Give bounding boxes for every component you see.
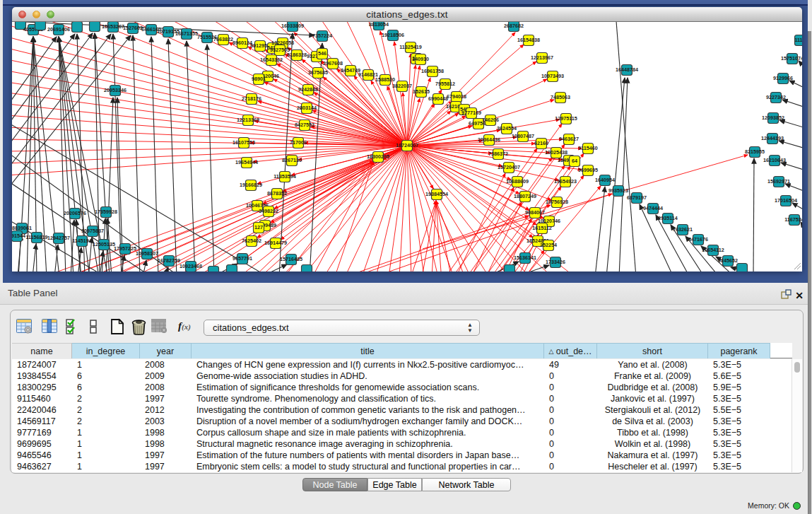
- svg-text:18807249: 18807249: [514, 193, 536, 199]
- svg-text:16107553: 16107553: [233, 139, 255, 146]
- svg-text:3624554: 3624554: [497, 125, 517, 132]
- svg-text:10923468: 10923468: [180, 263, 202, 269]
- svg-text:17016504: 17016504: [775, 197, 797, 204]
- svg-text:12444193: 12444193: [761, 135, 784, 141]
- svg-text:9699695: 9699695: [578, 167, 598, 173]
- svg-text:15136141: 15136141: [514, 255, 536, 261]
- svg-text:10807487: 10807487: [512, 133, 534, 139]
- svg-text:16914479: 16914479: [264, 240, 287, 246]
- svg-text:7625402: 7625402: [242, 238, 261, 244]
- svg-text:8960124: 8960124: [233, 40, 252, 46]
- svg-text:20953346: 20953346: [104, 87, 126, 93]
- svg-text:7357224: 7357224: [312, 33, 332, 39]
- svg-text:3498222: 3498222: [259, 208, 278, 214]
- svg-text:16961758: 16961758: [421, 68, 444, 74]
- svg-text:17359928: 17359928: [95, 209, 117, 215]
- svg-text:15720407: 15720407: [498, 164, 520, 170]
- svg-text:6990448: 6990448: [428, 95, 448, 102]
- svg-text:1588520: 1588520: [375, 76, 395, 83]
- svg-text:9084067: 9084067: [525, 209, 545, 216]
- svg-text:9463627: 9463627: [559, 136, 579, 142]
- svg-text:16210643: 16210643: [763, 157, 786, 163]
- svg-text:98901: 98901: [252, 76, 266, 82]
- svg-text:3822037: 3822037: [392, 83, 412, 89]
- svg-text:2803144: 2803144: [297, 105, 317, 111]
- svg-text:1733426: 1733426: [546, 259, 565, 265]
- svg-text:10653267: 10653267: [102, 23, 124, 30]
- svg-text:9115460: 9115460: [578, 145, 598, 151]
- svg-text:8427552: 8427552: [295, 122, 314, 128]
- svg-text:11325419: 11325419: [399, 44, 422, 50]
- svg-text:391544: 391544: [12, 233, 25, 239]
- svg-text:15692971: 15692971: [767, 178, 790, 185]
- svg-text:340910: 340910: [412, 56, 429, 62]
- svg-text:10654112: 10654112: [702, 247, 724, 253]
- svg-text:90975887: 90975887: [81, 228, 104, 234]
- svg-text:16448784: 16448784: [616, 66, 638, 73]
- svg-text:9657791: 9657791: [233, 255, 252, 262]
- svg-text:8454749: 8454749: [341, 67, 360, 74]
- svg-text:19384554: 19384554: [425, 191, 448, 197]
- svg-text:7485063: 7485063: [551, 94, 570, 100]
- svg-text:19218506: 19218506: [382, 32, 404, 38]
- svg-text:7386372: 7386372: [488, 151, 508, 157]
- svg-text:2935114: 2935114: [658, 215, 678, 221]
- svg-text:11353594: 11353594: [273, 173, 296, 180]
- svg-text:8186328: 8186328: [287, 52, 307, 58]
- svg-text:352615: 352615: [413, 88, 430, 95]
- svg-text:11156819: 11156819: [25, 234, 47, 240]
- svg-text:20206576: 20206576: [64, 210, 86, 216]
- svg-text:17957225: 17957225: [114, 245, 136, 252]
- svg-text:2718176: 2718176: [242, 95, 261, 102]
- svg-text:1640954: 1640954: [595, 177, 615, 183]
- svg-text:7632621: 7632621: [673, 226, 693, 233]
- svg-text:12975115: 12975115: [555, 115, 577, 122]
- svg-text:1527602: 1527602: [123, 25, 143, 31]
- svg-text:64: 64: [572, 158, 577, 164]
- svg-text:9935923: 9935923: [608, 187, 628, 194]
- svg-text:3675685: 3675685: [308, 69, 328, 76]
- svg-text:62160: 62160: [534, 140, 548, 146]
- svg-text:10958107: 10958107: [136, 250, 158, 257]
- svg-text:9777169: 9777169: [461, 110, 481, 116]
- svg-text:8813054: 8813054: [369, 22, 389, 28]
- svg-text:1167534: 1167534: [784, 216, 802, 223]
- svg-text:2687682: 2687682: [504, 23, 524, 29]
- svg-text:20364436: 20364436: [478, 136, 500, 143]
- svg-text:9474444: 9474444: [643, 205, 663, 211]
- svg-text:6879197: 6879197: [627, 194, 647, 201]
- svg-text:717006: 717006: [290, 139, 307, 146]
- svg-text:1112: 1112: [794, 37, 802, 43]
- svg-text:9242848: 9242848: [298, 86, 318, 93]
- svg-text:546: 546: [318, 50, 326, 57]
- svg-text:20691406: 20691406: [47, 26, 70, 33]
- svg-text:8678352: 8678352: [267, 190, 287, 197]
- svg-text:19654944: 19654944: [235, 159, 258, 165]
- svg-text:8471676: 8471676: [688, 236, 708, 243]
- svg-text:10973493: 10973493: [541, 73, 564, 79]
- svg-text:9245652: 9245652: [718, 257, 738, 264]
- svg-text:8267130: 8267130: [282, 157, 302, 163]
- svg-text:7955812: 7955812: [435, 81, 455, 87]
- svg-text:18724007: 18724007: [396, 142, 418, 148]
- svg-text:1615112: 1615112: [532, 225, 552, 231]
- svg-text:12213369: 12213369: [237, 117, 259, 123]
- svg-text:16671355: 16671355: [175, 30, 198, 37]
- svg-text:12093852: 12093852: [762, 115, 784, 121]
- svg-text:16033809: 16033809: [281, 23, 304, 29]
- svg-text:8215955: 8215955: [745, 148, 765, 155]
- svg-text:6794028: 6794028: [447, 93, 466, 100]
- svg-text:10688609: 10688609: [506, 178, 529, 185]
- svg-text:16782759: 16782759: [158, 257, 180, 264]
- svg-text:9227342: 9227342: [766, 94, 786, 100]
- svg-text:16154838: 16154838: [517, 37, 540, 43]
- svg-text:15751074: 15751074: [781, 55, 802, 62]
- svg-text:746206: 746206: [482, 117, 499, 123]
- svg-text:16543362: 16543362: [260, 57, 283, 63]
- svg-text:8839061: 8839061: [12, 225, 32, 231]
- svg-text:10756928: 10756928: [546, 199, 568, 205]
- svg-text:2967608: 2967608: [323, 60, 343, 66]
- svg-text:15716485: 15716485: [280, 256, 302, 262]
- svg-text:19166829: 19166829: [240, 182, 262, 188]
- svg-text:19654923: 19654923: [554, 178, 577, 185]
